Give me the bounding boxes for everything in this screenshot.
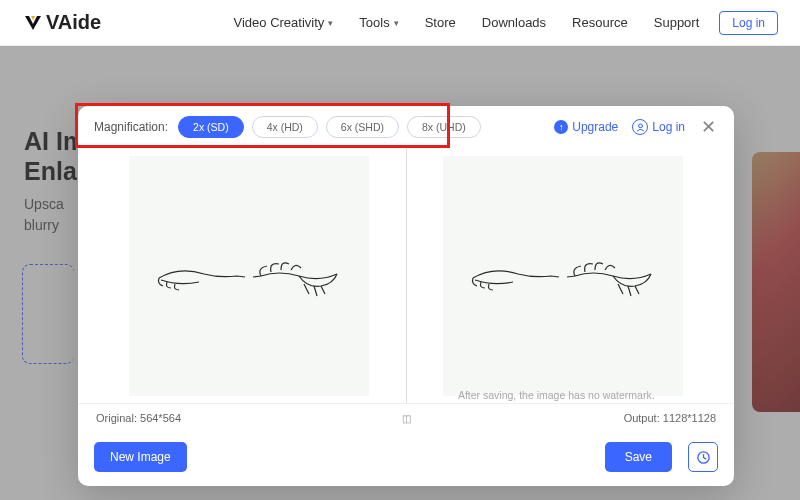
original-size-label: Original: 564*564 [96,412,181,424]
info-bar: Original: 564*564 ◫ Output: 1128*1128 [78,403,734,432]
main-nav: Video Creativity▾ Tools▾ Store Downloads… [234,15,700,30]
output-image [443,156,683,396]
top-navbar: VAide Video Creativity▾ Tools▾ Store Dow… [0,0,800,46]
compare-divider-icon[interactable]: ◫ [402,413,411,424]
nav-support[interactable]: Support [654,15,700,30]
upscale-modal: Magnification: 2x (SD) 4x (HD) 6x (SHD) … [78,106,734,486]
svg-point-0 [638,124,642,128]
logo-mark-icon [22,12,44,34]
mag-option-4x[interactable]: 4x (HD) [252,116,318,138]
modal-login-link[interactable]: Log in [632,119,685,135]
close-icon[interactable]: ✕ [699,116,718,138]
history-button[interactable] [688,442,718,472]
new-image-button[interactable]: New Image [94,442,187,472]
mag-option-8x[interactable]: 8x (UHD) [407,116,481,138]
save-button[interactable]: Save [605,442,672,472]
upgrade-icon: ↑ [554,120,568,134]
brand-name: VAide [46,11,101,34]
nav-downloads[interactable]: Downloads [482,15,546,30]
watermark-note: After saving, the image has no watermark… [407,389,707,401]
nav-video-creativity[interactable]: Video Creativity▾ [234,15,334,30]
login-button[interactable]: Log in [719,11,778,35]
compare-area: After saving, the image has no watermark… [78,148,734,403]
upgrade-link[interactable]: ↑ Upgrade [554,120,618,134]
nav-store[interactable]: Store [425,15,456,30]
nav-resource[interactable]: Resource [572,15,628,30]
chevron-down-icon: ▾ [328,18,333,28]
output-size-label: Output: 1128*1128 [624,412,716,424]
modal-footer: New Image Save [78,432,734,486]
magnification-group: 2x (SD) 4x (HD) 6x (SHD) 8x (UHD) [178,116,481,138]
chevron-down-icon: ▾ [394,18,399,28]
output-pane: After saving, the image has no watermark… [407,148,721,403]
mag-option-6x[interactable]: 6x (SHD) [326,116,399,138]
brand-logo[interactable]: VAide [22,11,101,34]
user-icon [632,119,648,135]
mag-option-2x[interactable]: 2x (SD) [178,116,244,138]
original-image [129,156,369,396]
nav-tools[interactable]: Tools▾ [359,15,398,30]
magnification-label: Magnification: [94,120,168,134]
clock-icon [696,450,711,465]
modal-header: Magnification: 2x (SD) 4x (HD) 6x (SHD) … [78,106,734,148]
original-pane [92,148,407,403]
